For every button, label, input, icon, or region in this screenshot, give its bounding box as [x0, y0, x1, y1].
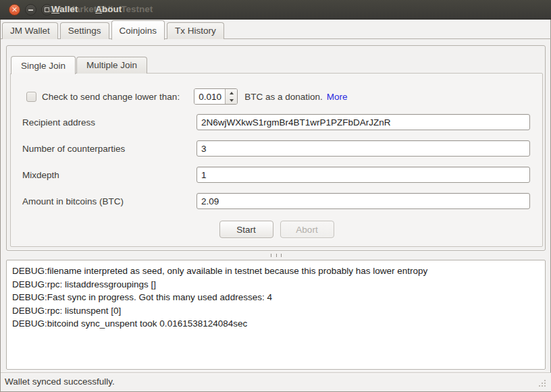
tab-settings[interactable]: Settings [60, 22, 109, 39]
abort-button[interactable]: Abort [280, 221, 334, 238]
donation-amount-input[interactable] [194, 89, 225, 104]
mixdepth-input[interactable] [196, 167, 530, 183]
tab-coinjoins[interactable]: Coinjoins [111, 20, 165, 40]
titlebar: ✕ JoinMarketGUI - Testnet Wallet About [0, 0, 551, 20]
menu-wallet[interactable]: Wallet [51, 4, 78, 14]
menu-about[interactable]: About [95, 4, 122, 14]
log-line: DEBUG:Fast sync in progress. Got this ma… [12, 291, 540, 304]
donation-spinbox [194, 88, 238, 105]
log-line: DEBUG:bitcoind sync_unspent took 0.01615… [12, 317, 540, 331]
log-line: DEBUG:filename interpreted as seed, only… [12, 264, 540, 278]
minimize-icon [28, 9, 33, 11]
join-subtabs: Single Join Multiple Join [11, 56, 148, 74]
single-join-pane: Check to send change lower than: BTC as … [10, 73, 543, 247]
recipient-address-input[interactable] [196, 114, 530, 130]
status-message: Wallet synced successfully. [5, 376, 115, 387]
action-buttons: Start Abort [11, 221, 542, 238]
more-link[interactable]: More [327, 92, 348, 102]
donation-checkbox[interactable] [26, 92, 36, 102]
donation-suffix: BTC as a donation. [244, 92, 323, 102]
close-button[interactable]: ✕ [9, 4, 20, 16]
splitter-grip-icon [271, 254, 282, 257]
start-button[interactable]: Start [219, 221, 273, 238]
donation-row: Check to send change lower than: BTC as … [22, 88, 530, 105]
resize-grip[interactable] [544, 385, 546, 387]
splitter-handle[interactable] [1, 252, 551, 259]
log-line: DEBUG:rpc: listaddressgroupings [] [12, 278, 540, 291]
amount-row: Amount in bitcoins (BTC) [22, 193, 530, 209]
spin-up-icon[interactable] [226, 89, 237, 96]
amount-input[interactable] [196, 193, 530, 209]
tab-tx-history[interactable]: Tx History [167, 22, 224, 39]
recipient-label: Recipient address [22, 117, 196, 128]
log-line: DEBUG:rpc: listunspent [0] [12, 304, 540, 318]
mixdepth-row: Mixdepth [22, 167, 530, 183]
debug-log[interactable]: DEBUG:filename interpreted as seed, only… [6, 260, 546, 370]
close-icon: ✕ [11, 6, 18, 13]
app-window: ✕ JoinMarketGUI - Testnet Wallet About J… [0, 0, 551, 392]
tab-jm-wallet[interactable]: JM Wallet [2, 22, 58, 39]
recipient-row: Recipient address [22, 114, 530, 130]
counterparties-row: Number of counterparties [22, 140, 530, 157]
amount-label: Amount in bitcoins (BTC) [22, 196, 196, 206]
coinjoins-groupbox: Single Join Multiple Join Check to send … [6, 45, 546, 251]
donation-label: Check to send change lower than: [42, 92, 180, 102]
menubar: Wallet About [51, 4, 122, 14]
subtab-single-join[interactable]: Single Join [11, 56, 76, 74]
statusbar: Wallet synced successfully. [1, 372, 551, 391]
minimize-button[interactable] [25, 4, 36, 16]
counterparties-label: Number of counterparties [22, 144, 196, 154]
main-tabbar: JM Wallet Settings Coinjoins Tx History [1, 20, 551, 39]
counterparties-input[interactable] [196, 140, 530, 157]
subtab-multiple-join[interactable]: Multiple Join [76, 57, 147, 74]
spin-down-icon[interactable] [226, 96, 237, 104]
mixdepth-label: Mixdepth [22, 170, 196, 180]
